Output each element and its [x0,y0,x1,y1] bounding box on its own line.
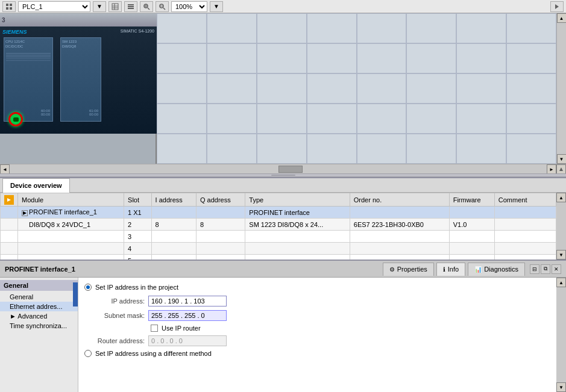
grid-slot[interactable] [307,73,357,104]
hscroll-expand-btn[interactable] [556,164,566,174]
grid-slot[interactable] [257,43,307,73]
toolbar-icon-btn[interactable] [2,1,16,12]
tab-info[interactable]: ℹ Info [436,263,465,276]
grid-slot[interactable] [357,104,407,134]
grid-slot[interactable] [456,104,506,134]
grid-slot[interactable] [157,134,207,164]
hscroll-left-btn[interactable]: ◄ [0,164,10,174]
grid-slot[interactable] [207,104,257,134]
grid-slot[interactable] [257,104,307,134]
grid-slot[interactable] [357,134,407,164]
grid-slot[interactable] [506,13,556,43]
toolbar-grid-btn[interactable] [108,1,122,12]
table-scroll-area[interactable]: Module Slot I address Q address Type Ord… [0,193,556,260]
sm-module[interactable]: SM 1223DI8/DQ8 61:0000:00 [60,37,101,122]
toolbar-zoom-btn2[interactable] [156,1,169,12]
props-nav-ethernet[interactable]: Ethernet addres... [0,302,78,311]
grid-slot[interactable] [406,13,456,43]
grid-slot[interactable] [257,134,307,164]
grid-slot[interactable] [157,73,207,104]
expand-btn[interactable]: ▶ [22,210,28,216]
properties-body: General General Ethernet addres... ► Adv… [0,278,566,392]
table-row[interactable]: DI8/DQ8 x 24VDC_1288SM 1223 DI8/DQ8 x 24… [1,219,556,231]
panel-split-btn[interactable]: ⊟ [530,264,539,274]
tab-diagnostics[interactable]: 📊 Diagnostics [468,263,525,276]
grid-slot[interactable] [406,73,456,104]
tab-device-overview[interactable]: Device overview [2,178,70,193]
grid-slot[interactable] [257,13,307,43]
toolbar-zoom-btn1[interactable] [140,1,153,12]
scroll-track[interactable] [557,23,567,154]
table-row[interactable]: 4 [1,243,556,255]
props-scroll-down[interactable]: ▼ [556,382,566,392]
grid-slot[interactable] [157,104,207,134]
props-scroll-up[interactable]: ▲ [556,278,566,287]
scroll-up-btn[interactable]: ▲ [557,13,567,23]
grid-slot[interactable] [157,43,207,73]
grid-slot[interactable] [207,73,257,104]
use-ip-router-checkbox[interactable] [151,325,158,332]
radio-set-ip-different[interactable] [84,350,92,357]
toolbar-right-btn[interactable] [550,1,564,12]
grid-slot[interactable] [506,43,556,73]
grid-slot[interactable] [207,134,257,164]
grid-slot[interactable] [406,134,456,164]
panel-action-btns: ⊟ ⧉ ✕ [530,264,561,274]
props-scroll-track[interactable] [556,287,566,382]
table-row[interactable]: 3 [1,231,556,243]
table-body: ▶PROFINET interface_11 X1PROFINET interf… [1,207,556,260]
grid-slot[interactable] [257,73,307,104]
zoom-dropdown-btn[interactable]: ▼ [210,1,223,12]
grid-slot[interactable] [307,104,357,134]
grid-slot[interactable] [357,43,407,73]
grid-slot[interactable] [506,134,556,164]
grid-slot[interactable] [357,13,407,43]
svg-rect-8 [128,4,134,5]
cell-module: DI8/DQ8 x 24VDC_1 [18,219,124,231]
grid-slot[interactable] [157,13,207,43]
table-scroll-up[interactable]: ▲ [556,193,566,202]
grid-slot[interactable] [456,73,506,104]
grid-slot[interactable] [456,13,506,43]
props-nav-timesync[interactable]: Time synchroniza... [0,321,78,331]
ip-address-input[interactable] [148,296,227,306]
table-row[interactable]: 5 [1,255,556,260]
zoom-select[interactable]: 100% [171,1,207,12]
grid-slot[interactable] [506,104,556,134]
hscroll-thumb[interactable] [278,166,303,173]
subnet-mask-row: Subnet mask: [84,310,550,321]
cell-comment [494,219,556,231]
grid-slot[interactable] [307,43,357,73]
panel-float-btn[interactable]: ⧉ [541,264,550,274]
props-nav-general[interactable]: General [0,292,78,302]
hscroll-right-btn[interactable]: ► [547,164,556,174]
properties-title: PROFINET interface_1 [5,266,75,273]
grid-slot[interactable] [406,104,456,134]
table-row[interactable]: ▶PROFINET interface_11 X1PROFINET interf… [1,207,556,219]
grid-slot[interactable] [307,13,357,43]
green-indicator[interactable] [8,112,23,126]
plc-select[interactable]: PLC_1 [18,1,90,12]
grid-slot[interactable] [207,13,257,43]
plc-dropdown-btn[interactable]: ▼ [93,1,106,12]
panel-close-btn[interactable]: ✕ [552,264,561,274]
cell-module [18,255,124,260]
table-scroll-down[interactable]: ▼ [556,250,566,260]
grid-slot[interactable] [456,43,506,73]
grid-slot[interactable] [357,73,407,104]
tab-properties[interactable]: ⚙ Properties [383,263,434,276]
toolbar-nav-btn[interactable] [124,1,137,12]
hscroll-track[interactable] [10,164,547,173]
scroll-down-btn[interactable]: ▼ [557,154,567,164]
grid-slot[interactable] [506,73,556,104]
router-address-input[interactable] [148,335,227,346]
grid-slot[interactable] [207,43,257,73]
grid-slot[interactable] [406,43,456,73]
cpu-module[interactable]: CPU 1214CDC/DC/DC 60:0000:00 [4,37,53,122]
subnet-mask-input[interactable] [148,310,227,321]
props-nav-advanced[interactable]: ► Advanced [0,311,78,321]
table-scroll-track[interactable] [556,202,566,250]
radio-set-ip-project[interactable] [84,284,92,291]
grid-slot[interactable] [307,134,357,164]
grid-slot[interactable] [456,134,506,164]
